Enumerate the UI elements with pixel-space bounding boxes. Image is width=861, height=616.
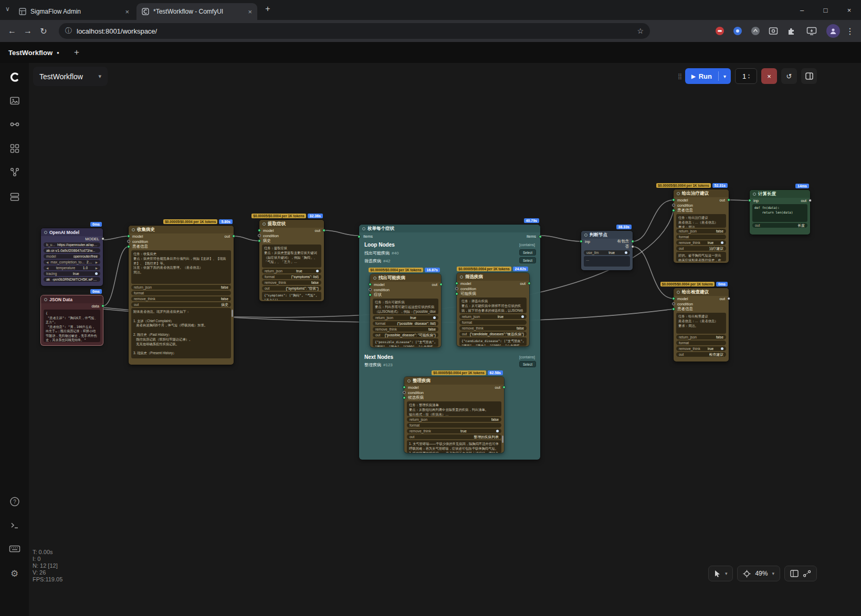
input-port[interactable] bbox=[358, 235, 361, 238]
scrollbar-thumb[interactable] bbox=[232, 310, 233, 317]
cast-icon[interactable] bbox=[800, 26, 823, 36]
stepper-down-icon[interactable]: ▾ bbox=[748, 76, 750, 79]
task-textarea[interactable]: 任务：给出治疗建议 患者信息：…（患者信息） 要求：简洁。 bbox=[676, 214, 726, 228]
view-options-group[interactable] bbox=[784, 566, 817, 581]
browser-tab-sigmaflow[interactable]: SigmaFlow Admin × bbox=[14, 3, 134, 20]
node-find-diseases[interactable]: $0.00005/$0.0004 per 1K tokens16.87s 找出可… bbox=[370, 274, 441, 347]
input-port[interactable] bbox=[258, 239, 261, 242]
stepper-left-icon[interactable]: ◀ bbox=[46, 261, 48, 264]
collapse-dot[interactable] bbox=[677, 291, 680, 294]
stepper-left-icon[interactable]: ◀ bbox=[46, 267, 48, 270]
tool-chevron-icon[interactable]: ▾ bbox=[725, 571, 728, 576]
profile-avatar[interactable] bbox=[823, 24, 843, 38]
tab-close-icon[interactable]: × bbox=[248, 8, 252, 16]
input-port[interactable] bbox=[672, 198, 675, 201]
input-port[interactable] bbox=[403, 391, 406, 394]
run-button[interactable]: ▶ Run ▾ bbox=[685, 68, 731, 84]
node-header[interactable]: 收集病史 bbox=[129, 226, 234, 233]
group-enumerate-symptoms[interactable]: 40.79s 枚举每个症状 items items Loop Nodes [co… bbox=[359, 225, 540, 460]
collapse-dot[interactable] bbox=[262, 222, 266, 226]
extensions-puzzle-icon[interactable] bbox=[782, 26, 800, 36]
output-port[interactable] bbox=[101, 304, 104, 307]
input-port[interactable] bbox=[748, 199, 751, 202]
window-minimize-button[interactable]: – bbox=[790, 0, 814, 20]
node-extract-symptoms[interactable]: $0.00005/$0.0004 per 1K tokens32.36s 提取症… bbox=[259, 220, 324, 301]
zoom-level-value[interactable]: 49% bbox=[755, 570, 768, 577]
node-header[interactable]: JSON Data bbox=[41, 295, 103, 303]
input-port[interactable] bbox=[369, 288, 372, 291]
toggle-links-icon[interactable] bbox=[803, 570, 811, 577]
zoom-chevron-icon[interactable]: ▾ bbox=[772, 571, 774, 576]
stepper-right-icon[interactable]: ▶ bbox=[96, 267, 98, 270]
node-header[interactable]: 筛选疾病 bbox=[457, 273, 529, 281]
input-port[interactable] bbox=[127, 240, 130, 243]
assets-panel-icon[interactable] bbox=[0, 95, 29, 106]
node-header[interactable]: 给出检查建议 bbox=[674, 288, 729, 296]
task-textarea[interactable]: 任务：给出检查建议 患者信息：…（患者信息） 要求：简洁。 bbox=[676, 313, 726, 334]
task-textarea[interactable]: 任务：提取症状 要点：从病史里提取主要症状关键词（如症状关键词），例如「胸闷」、… bbox=[262, 245, 321, 268]
screenshot-tool-icon[interactable] bbox=[764, 26, 782, 36]
output-port[interactable] bbox=[502, 386, 506, 389]
node-header[interactable]: 找出可能疾病 bbox=[370, 274, 441, 282]
shortcuts-keyboard-icon[interactable] bbox=[0, 544, 29, 554]
queue-panel-icon[interactable] bbox=[0, 192, 29, 202]
output-port[interactable] bbox=[101, 237, 104, 240]
tab-close-icon[interactable]: × bbox=[125, 8, 129, 16]
settings-gear-icon[interactable]: ⚙ bbox=[0, 568, 29, 579]
help-icon[interactable]: ? bbox=[0, 496, 29, 507]
browser-menu-kebab-icon[interactable]: ⋮ bbox=[843, 26, 857, 36]
select-button[interactable]: Select bbox=[519, 361, 536, 367]
input-port[interactable] bbox=[455, 287, 458, 290]
output-port[interactable] bbox=[808, 199, 812, 202]
zoom-group[interactable]: 49% ▾ bbox=[737, 566, 780, 581]
cancel-run-button[interactable]: × bbox=[761, 68, 777, 84]
workflows-panel-icon[interactable] bbox=[0, 167, 29, 177]
fit-view-icon[interactable] bbox=[743, 570, 751, 578]
workspace-tab-testworkflow[interactable]: TestWorkflow ● bbox=[4, 42, 64, 63]
collapse-dot[interactable] bbox=[373, 277, 376, 280]
back-button[interactable]: ← bbox=[4, 26, 20, 36]
canvas-area[interactable]: ? ⚙ TestWorkflow ▾ ⣿ ▶ Run bbox=[0, 63, 861, 616]
site-info-icon[interactable]: ⓘ bbox=[65, 26, 72, 36]
input-port[interactable] bbox=[672, 204, 675, 207]
forward-button[interactable]: → bbox=[20, 26, 36, 36]
toggle-panel-button[interactable] bbox=[801, 68, 817, 84]
comfyui-logo[interactable] bbox=[0, 70, 29, 84]
input-port[interactable] bbox=[672, 307, 675, 311]
input-port[interactable] bbox=[455, 282, 458, 285]
collapse-dot[interactable] bbox=[132, 228, 135, 231]
browser-tab-comfyui[interactable]: *TestWorkflow - ComfyUI × bbox=[136, 3, 257, 20]
select-button[interactable]: Select bbox=[519, 257, 536, 263]
collapse-dot[interactable] bbox=[44, 231, 47, 234]
terminal-icon[interactable] bbox=[0, 520, 29, 530]
window-maximize-button[interactable]: □ bbox=[814, 0, 837, 20]
code-textarea[interactable]: def fn(data): return len(data) bbox=[752, 204, 807, 222]
node-header[interactable]: 计算长度 bbox=[750, 190, 810, 198]
adblock-icon[interactable] bbox=[711, 26, 729, 36]
node-treatment-advice[interactable]: $0.00005/$0.0004 per 1K tokens52.31s 给出治… bbox=[674, 189, 729, 263]
node-organize-diseases[interactable]: $0.00005/$0.0004 per 1K tokens62.58s 整理疾… bbox=[404, 377, 504, 453]
task-textarea[interactable]: 任务：筛选出疾病 要点：从可能疾病中筛掉不符合症状的疾病，留下符合要求的候选疾病… bbox=[459, 298, 527, 313]
new-tab-button[interactable]: + bbox=[261, 4, 274, 17]
output-textarea[interactable]: {"symptoms": ["胸闷", "气短", "乏力"]} bbox=[262, 292, 321, 300]
node-header[interactable]: 整理疾病 bbox=[404, 377, 504, 385]
group-header[interactable]: 枚举每个症状 bbox=[359, 225, 540, 232]
output-port[interactable] bbox=[322, 229, 326, 232]
models-panel-icon[interactable] bbox=[0, 143, 29, 154]
input-port[interactable] bbox=[455, 292, 458, 295]
toggle-icon[interactable] bbox=[433, 316, 436, 319]
run-options-chevron-icon[interactable]: ▾ bbox=[719, 73, 731, 79]
collapse-dot[interactable] bbox=[677, 192, 680, 195]
output-port[interactable] bbox=[727, 198, 730, 201]
toggle-icon[interactable] bbox=[316, 270, 319, 272]
input-port[interactable] bbox=[127, 245, 130, 248]
collapse-dot[interactable] bbox=[460, 275, 463, 279]
json-content[interactable]: { "患者主诉": "胸闷6天，伴气短、乏力", "患者信息": "男，100斤… bbox=[44, 310, 100, 342]
node-header[interactable]: 判断节点 bbox=[581, 231, 633, 239]
node-filter-diseases[interactable]: $0.00005/$0.0004 per 1K tokens24.62s 筛选疾… bbox=[457, 273, 529, 346]
node-json-data[interactable]: 0ms JSON Data data { "患者主诉": "胸闷6天，伴气短、乏… bbox=[41, 295, 103, 345]
drag-handle-icon[interactable]: ⣿ bbox=[678, 73, 681, 80]
stepper-right-icon[interactable]: ▶ bbox=[96, 261, 98, 264]
output-port[interactable] bbox=[439, 283, 443, 286]
reload-button[interactable]: ↻ bbox=[36, 26, 51, 36]
